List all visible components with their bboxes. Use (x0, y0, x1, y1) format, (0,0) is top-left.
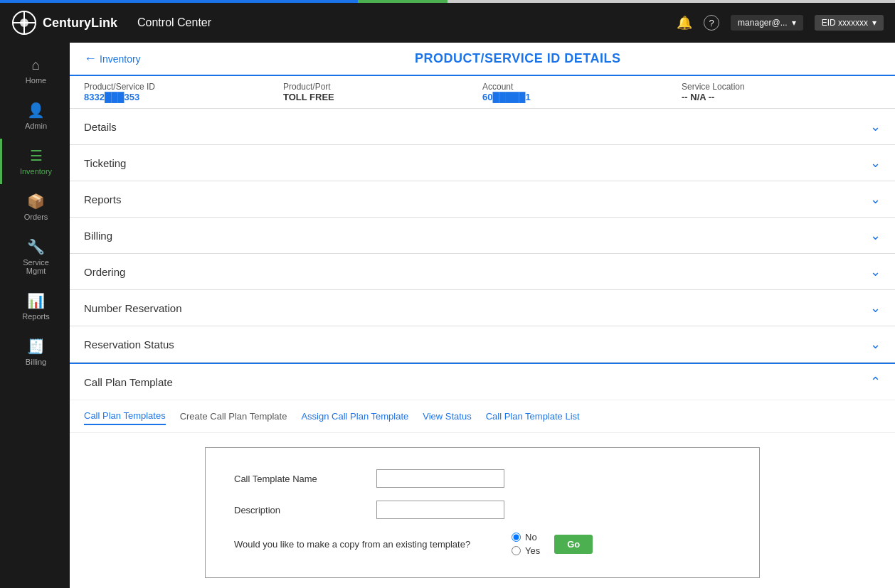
content-area: ← Inventory PRODUCT/SERVICE ID DETAILS P… (70, 43, 895, 588)
sidebar-item-label-inventory: Inventory (20, 167, 52, 176)
accordion-ordering-header[interactable]: Ordering ⌄ (70, 254, 895, 289)
call-plan-template-header[interactable]: Call Plan Template ⌃ (70, 364, 895, 400)
account-label: Account (482, 82, 682, 92)
header: CenturyLink Control Center 🔔 ? manager@.… (0, 3, 895, 43)
logo: CenturyLink (11, 10, 117, 36)
accordion-reservation-status-header[interactable]: Reservation Status ⌄ (70, 326, 895, 362)
tab-create[interactable]: Create Call Plan Template (180, 408, 287, 424)
accordion-billing-header[interactable]: Billing ⌄ (70, 218, 895, 253)
accordion-reservation-status-chevron-icon: ⌄ (870, 336, 881, 352)
bell-icon[interactable]: 🔔 (677, 15, 692, 31)
radio-yes[interactable]: Yes (512, 545, 540, 556)
back-label: Inventory (100, 53, 141, 65)
accordion-ticketing-header[interactable]: Ticketing ⌄ (70, 145, 895, 181)
eid-dropdown[interactable]: EID xxxxxxx ▾ (815, 15, 884, 31)
form-row-description: Description (234, 501, 731, 519)
service-mgmt-icon: 🔧 (27, 238, 45, 255)
accordion-reports: Reports ⌄ (70, 181, 895, 218)
user-chevron-icon: ▾ (792, 18, 796, 28)
tab-plan-templates[interactable]: Call Plan Templates (84, 407, 166, 425)
header-icons: 🔔 ? manager@... ▾ EID xxxxxxx ▾ (677, 15, 884, 31)
radio-group: No Yes (512, 532, 540, 556)
accordion-reports-title: Reports (84, 193, 122, 205)
radio-yes-input[interactable] (512, 546, 521, 555)
tab-template-list[interactable]: Call Plan Template List (486, 408, 580, 424)
sidebar-item-label-home: Home (26, 76, 46, 85)
tab-assign[interactable]: Assign Call Plan Template (301, 408, 408, 424)
user-label: manager@... (738, 18, 788, 28)
svg-point-3 (20, 18, 28, 27)
reports-icon: 📊 (27, 292, 45, 309)
location-value: -- N/A -- (682, 92, 881, 102)
product-port-value: TOLL FREE (283, 92, 482, 102)
product-port-label: Product/Port (283, 82, 482, 92)
account-value: 60█████1 (482, 92, 682, 102)
service-info-bar: Product/Service ID 8332███353 Product/Po… (70, 76, 895, 109)
accordion-ordering: Ordering ⌄ (70, 254, 895, 290)
page-title: PRODUCT/SERVICE ID DETAILS (155, 51, 881, 66)
service-info-product-id: Product/Service ID 8332███353 (84, 82, 283, 102)
sidebar-item-label-orders: Orders (24, 213, 48, 221)
accordion-ordering-chevron-icon: ⌄ (870, 264, 881, 279)
accordion-billing-title: Billing (84, 230, 112, 242)
accordion-ticketing: Ticketing ⌄ (70, 145, 895, 181)
orders-icon: 📦 (27, 193, 45, 210)
accordion-reports-header[interactable]: Reports ⌄ (70, 181, 895, 217)
tab-view-status[interactable]: View Status (423, 408, 471, 424)
eid-chevron-icon: ▾ (872, 18, 877, 28)
accordion-details-chevron-icon: ⌄ (870, 119, 881, 134)
help-icon[interactable]: ? (704, 15, 719, 31)
radio-no[interactable]: No (512, 532, 540, 542)
inventory-icon: ☰ (30, 147, 43, 164)
sidebar-item-admin[interactable]: 👤 Admin (0, 93, 70, 139)
sidebar-item-home[interactable]: ⌂ Home (0, 48, 70, 93)
accordion-number-reservation-header[interactable]: Number Reservation ⌄ (70, 290, 895, 326)
template-name-label: Call Template Name (234, 474, 376, 484)
page-header: ← Inventory PRODUCT/SERVICE ID DETAILS (70, 43, 895, 76)
main-layout: ⌂ Home 👤 Admin ☰ Inventory 📦 Orders 🔧 Se… (0, 43, 895, 588)
call-plan-chevron-icon: ⌃ (870, 374, 881, 390)
eid-label: EID xxxxxxx (822, 18, 868, 28)
radio-no-label: No (525, 532, 537, 542)
service-info-product-port: Product/Port TOLL FREE (283, 82, 482, 102)
form-row-question: Would you like to make a copy from an ex… (234, 532, 731, 556)
sidebar-item-orders[interactable]: 📦 Orders (0, 184, 70, 230)
description-input[interactable] (376, 501, 504, 519)
accordion-ticketing-title: Ticketing (84, 157, 126, 169)
sidebar-item-label-admin: Admin (25, 122, 47, 130)
radio-no-input[interactable] (512, 533, 521, 542)
service-info-location: Service Location -- N/A -- (682, 82, 881, 102)
accordion-details: Details ⌄ (70, 109, 895, 145)
header-title: Control Center (137, 16, 211, 29)
sidebar-item-service-mgmt[interactable]: 🔧 ServiceMgmt (0, 230, 70, 284)
accordion-number-reservation-title: Number Reservation (84, 302, 182, 314)
sidebar-item-billing[interactable]: 🧾 Billing (0, 329, 70, 375)
back-arrow-icon: ← (84, 51, 97, 66)
product-id-label: Product/Service ID (84, 82, 283, 92)
accordion-billing-chevron-icon: ⌄ (870, 228, 881, 243)
accordion-number-reservation: Number Reservation ⌄ (70, 290, 895, 326)
accordion-details-title: Details (84, 121, 117, 133)
accordion-reports-chevron-icon: ⌄ (870, 191, 881, 207)
accordion-details-header[interactable]: Details ⌄ (70, 109, 895, 144)
accordion-ordering-title: Ordering (84, 266, 125, 278)
logo-text: CenturyLink (43, 16, 117, 31)
form-container: Call Template Name Description Would you… (70, 433, 895, 588)
location-label: Service Location (682, 82, 881, 92)
template-name-input[interactable] (376, 469, 504, 488)
accordion-ticketing-chevron-icon: ⌄ (870, 155, 881, 171)
call-plan-template-title: Call Plan Template (84, 376, 173, 388)
radio-yes-label: Yes (525, 545, 540, 556)
description-label: Description (234, 505, 376, 515)
call-plan-template-section: Call Plan Template ⌃ Call Plan Templates… (70, 363, 895, 588)
call-plan-tabs: Call Plan Templates Create Call Plan Tem… (70, 400, 895, 433)
sidebar: ⌂ Home 👤 Admin ☰ Inventory 📦 Orders 🔧 Se… (0, 43, 70, 588)
sidebar-item-inventory[interactable]: ☰ Inventory (0, 139, 70, 184)
sidebar-item-label-service-mgmt: ServiceMgmt (23, 258, 49, 275)
back-button[interactable]: ← Inventory (84, 51, 141, 66)
go-button[interactable]: Go (554, 535, 593, 554)
centurylink-logo-icon (11, 10, 37, 36)
user-dropdown[interactable]: manager@... ▾ (731, 15, 803, 31)
form-box: Call Template Name Description Would you… (205, 447, 760, 578)
sidebar-item-reports[interactable]: 📊 Reports (0, 284, 70, 329)
